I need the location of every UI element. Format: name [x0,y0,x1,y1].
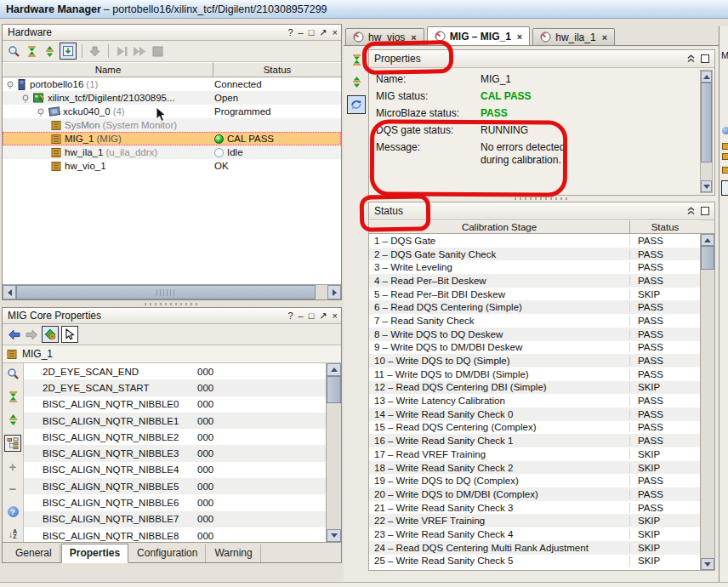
scroll-down-button[interactable] [327,529,341,542]
expand-all-icon[interactable] [42,43,57,59]
calibration-row[interactable]: 6 – Read DQS Centering (Simple) PASS [369,300,700,314]
remove-icon[interactable]: − [5,482,20,497]
calibration-row[interactable]: 14 – Write Read Sanity Check 0 PASS [369,407,700,421]
column-header-name[interactable]: Name [3,62,213,77]
tree-row-hw-vio-1[interactable]: hw_vio_1 OK [3,159,341,173]
window-button[interactable]: × [333,28,338,37]
calibration-row[interactable]: 16 – Write Read Sanity Check 1 PASS [369,434,700,447]
tree-row-target[interactable]: xilinx_tcf/Digilent/21030895... Open [3,91,341,105]
scroll-right-button[interactable] [327,285,341,299]
calibration-row[interactable]: 8 – Write DQS to DQ Deskew PASS [369,328,700,341]
property-row[interactable]: BISC_ALIGN_NQTR_NIBBLE4 000 [24,462,326,478]
calibration-row[interactable]: 12 – Read DQS Centering DBI (Simple) SKI… [369,381,700,395]
tab-warning[interactable]: Warning [207,544,260,562]
tab-properties[interactable]: Properties [61,544,128,563]
tree-row-portobello16[interactable]: portobello16 (1) Connected [3,77,341,91]
property-row[interactable]: BISC_ALIGN_NQTR_NIBBLE3 000 [24,445,326,461]
calibration-row[interactable]: 9 – Write DQS to DM/DBI Deskew PASS [369,341,700,355]
property-row[interactable]: BISC_ALIGN_NQTR_NIBBLE5 000 [24,478,326,494]
window-button[interactable]: ↗ [319,28,327,37]
property-row[interactable]: BISC_ALIGN_NQTR_NIBBLE1 000 [24,413,326,429]
tab-hw-vios[interactable]: hw_vios × [345,28,424,45]
calibration-row[interactable]: 1 – DQS Gate PASS [369,234,700,248]
scroll-up-button[interactable] [327,363,341,376]
calibration-row[interactable]: 15 – Read DQS Centering (Complex) PASS [369,421,700,435]
column-header-calibration-stage[interactable]: Calibration Stage [369,220,630,233]
calibration-row[interactable]: 2 – DQS Gate Sanity Check PASS [369,248,700,261]
hardware-horizontal-scrollbar[interactable] [3,284,341,299]
property-row[interactable]: 2D_EYE_SCAN_START 000 [24,379,326,396]
calibration-row[interactable]: 23 – Write Read Sanity Check 4 SKIP [369,527,700,541]
window-button[interactable]: □ [309,28,315,37]
add-icon[interactable]: + [5,459,20,475]
expand-all-icon[interactable] [5,412,20,427]
scrollbar-thumb[interactable] [16,285,316,299]
run-trigger-immediate-icon[interactable] [132,43,147,59]
window-button[interactable]: □ [309,311,315,321]
collapse-section-icon[interactable] [687,54,695,63]
tab-configuration[interactable]: Configuration [129,544,206,562]
calibration-row[interactable]: 3 – Write Leveling PASS [369,260,700,274]
expand-all-icon[interactable] [348,73,365,90]
section-splitter[interactable] [368,196,715,202]
tree-row-mig1-selected[interactable]: MIG_1 (MIG) CAL PASS [3,132,341,145]
calibration-row[interactable]: 17 – Read VREF Training SKIP [369,447,700,461]
panel-splitter[interactable] [2,301,342,306]
property-row[interactable]: 2D_EYE_SCAN_END 000 [24,363,326,379]
calibration-row[interactable]: 10 – Write DQS to DQ (Simple) PASS [369,354,700,368]
stop-trigger-icon[interactable] [150,43,165,59]
tree-expander-icon[interactable] [37,106,47,117]
search-icon[interactable] [5,367,20,382]
tree-row-hw-ila-1[interactable]: hw_ila_1 (u_ila_ddrx) Idle [3,145,341,159]
properties-scrollbar[interactable] [700,70,713,193]
window-button[interactable]: – [299,28,304,37]
float-section-icon[interactable] [701,207,709,215]
scroll-up-button[interactable] [701,234,714,246]
scroll-left-button[interactable] [3,285,16,299]
scrollbar-thumb[interactable] [701,83,712,162]
properties-settings-icon[interactable] [42,326,59,343]
calibration-row[interactable]: 19 – Write DQS to DQ (Complex) PASS [369,474,700,487]
scroll-down-button[interactable] [701,180,712,192]
scrollbar-thumb[interactable] [701,246,714,270]
window-button[interactable]: × [333,311,338,321]
calibration-row[interactable]: 20 – Write DQS to DM/DBI (Complex) PASS [369,487,700,501]
tab-general[interactable]: General [8,544,60,562]
run-trigger-icon[interactable] [114,43,129,59]
auto-connect-icon[interactable] [60,43,77,60]
tree-view-icon[interactable] [4,435,21,452]
tab-hw-ila-1[interactable]: hw_ila_1 × [532,28,615,45]
window-button[interactable]: – [299,311,304,321]
calibration-row[interactable]: 18 – Write Read Sanity Check 2 SKIP [369,461,700,475]
calibration-row[interactable]: 4 – Read Per–Bit Deskew PASS [369,274,700,288]
window-button[interactable]: ? [287,28,293,37]
program-device-icon[interactable] [88,43,103,59]
calibration-row[interactable]: 11 – Write DQS to DM/DBI (Simple) PASS [369,368,700,381]
collapse-all-icon[interactable] [348,51,365,68]
scroll-up-button[interactable] [701,71,712,83]
column-header-status[interactable]: Status [213,62,341,77]
search-icon[interactable] [6,43,21,59]
calibration-row[interactable]: 24 – Read DQS Centering Multi Rank Adjus… [369,541,700,555]
select-pointer-icon[interactable] [61,326,78,343]
collapse-all-icon[interactable] [24,43,39,59]
scrollbar-thumb[interactable] [327,376,341,403]
window-button[interactable]: ↗ [319,311,327,321]
calibration-row[interactable]: 13 – Write Latency Calibration PASS [369,394,700,407]
back-icon[interactable] [6,327,21,342]
collapse-all-icon[interactable] [5,390,20,405]
calibration-row[interactable]: 21 – Write Read Sanity Check 3 PASS [369,501,700,515]
property-row[interactable]: BISC_ALIGN_NQTR_NIBBLE8 000 [24,527,326,542]
tab-mig-mig1[interactable]: MIG – MIG_1 × [427,26,530,45]
float-section-icon[interactable] [701,54,709,63]
window-button[interactable]: ? [287,311,293,321]
close-icon[interactable]: × [411,32,416,43]
help-icon[interactable]: ? [5,504,20,520]
tree-row-sysmon[interactable]: SysMon (System Monitor) [3,118,341,132]
calibration-row[interactable]: 5 – Read Per–Bit DBI Deskew SKIP [369,288,700,301]
tree-row-device[interactable]: xcku040_0 (4) Programmed [3,105,341,118]
refresh-icon[interactable] [347,95,366,114]
property-row[interactable]: BISC_ALIGN_NQTR_NIBBLE6 000 [24,494,326,510]
forward-icon[interactable] [24,327,39,342]
collapse-section-icon[interactable] [687,207,695,215]
